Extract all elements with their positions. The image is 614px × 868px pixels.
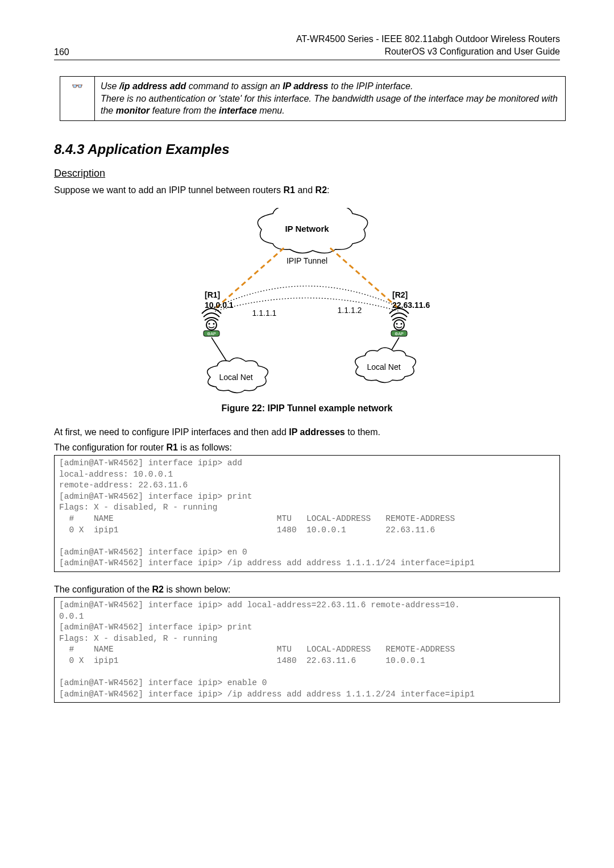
note-box: 👓 Use /ip address add command to assign … <box>60 76 566 121</box>
network-diagram: IP Network IPIP Tunnel 1.1.1.1 1.1.1.2 [… <box>148 208 466 395</box>
link-r2-cloud <box>330 248 398 308</box>
header-title-2: RouterOS v3 Configuration and User Guide <box>296 45 560 58</box>
header-titles: AT-WR4500 Series - IEEE 802.11abgh Outdo… <box>296 33 560 57</box>
para3-a: The configuration for router <box>54 443 166 452</box>
note-mid2: to the IPIP interface. <box>329 81 413 91</box>
para4-c: is shown below: <box>164 585 230 594</box>
r1-label: [R1] <box>205 290 220 299</box>
ip-network-label: IP Network <box>285 224 329 233</box>
figure-caption: Figure 22: IPIP Tunnel example network <box>54 403 560 414</box>
ip-network-cloud: IP Network <box>258 208 367 253</box>
intro-r1: R1 <box>284 185 295 195</box>
header-title-1: AT-WR4500 Series - IEEE 802.11abgh Outdo… <box>296 33 560 45</box>
para2-b: IP addresses <box>289 427 345 437</box>
router-r1: [R1] 10.0.0.1 ⚙AP <box>202 290 234 336</box>
para4-a: The configuration of the <box>54 585 152 594</box>
router-r2: [R2] 22.63.11.6 ⚙AP <box>389 290 430 336</box>
header-rule <box>54 60 560 60</box>
svg-text:⚙AP: ⚙AP <box>207 332 216 336</box>
page-header: 160 AT-WR4500 Series - IEEE 802.11abgh O… <box>54 33 560 57</box>
section-heading: 8.4.3 Application Examples <box>54 141 560 157</box>
r2-label: [R2] <box>392 290 408 299</box>
intro-c: : <box>327 185 329 195</box>
glasses-icon: 👓 <box>60 77 95 121</box>
note-mid1: command to assign an <box>186 81 283 91</box>
local-net-right: Local Net <box>355 348 416 383</box>
intro-b: and <box>295 185 316 195</box>
svg-point-0 <box>206 320 217 330</box>
para2-c: to them. <box>345 427 380 437</box>
code-block-r2: [admin@AT-WR4562] interface ipip> add lo… <box>54 597 560 703</box>
para-r1-config: The configuration for router R1 is as fo… <box>54 441 560 454</box>
note-text: Use /ip address add command to assign an… <box>95 77 566 121</box>
note-interface: interface <box>219 106 257 115</box>
code-block-r1: [admin@AT-WR4562] interface ipip> add lo… <box>54 455 560 572</box>
note-prefix: Use <box>101 81 119 91</box>
para3-b: R1 <box>166 443 177 452</box>
intro-r2: R2 <box>316 185 327 195</box>
para3-c: is as follows: <box>178 443 232 452</box>
intro-a: Suppose we want to add an IPIP tunnel be… <box>54 185 284 195</box>
svg-point-7 <box>401 323 403 325</box>
note-ipaddr: IP address <box>283 81 328 91</box>
local-net-right-label: Local Net <box>367 362 400 372</box>
tunnel-left-addr: 1.1.1.1 <box>252 308 277 318</box>
description-heading: Description <box>54 168 560 180</box>
para2-a: At first, we need to configure IPIP inte… <box>54 427 289 437</box>
tunnel-arc-top <box>215 286 399 308</box>
page-number: 160 <box>54 47 69 57</box>
para4-b: R2 <box>152 585 164 594</box>
local-net-left: Local Net <box>208 358 268 393</box>
link-r1-cloud <box>216 248 284 308</box>
para-config-intro: At first, we need to configure IPIP inte… <box>54 426 560 439</box>
tunnel-arc-bottom <box>215 298 399 312</box>
svg-point-5 <box>394 320 404 330</box>
note-monitor: monitor <box>116 106 150 115</box>
svg-point-6 <box>396 323 398 325</box>
svg-text:⚙AP: ⚙AP <box>395 332 404 336</box>
para-r2-config: The configuration of the R2 is shown bel… <box>54 583 560 596</box>
svg-point-1 <box>209 323 210 325</box>
note-cmd: /ip address add <box>119 81 186 91</box>
local-net-left-label: Local Net <box>219 373 252 382</box>
tunnel-right-addr: 1.1.1.2 <box>338 306 362 315</box>
note-line2b: feature from the <box>150 106 219 115</box>
svg-point-2 <box>213 323 215 325</box>
ipip-tunnel-label: IPIP Tunnel <box>287 256 327 265</box>
intro-paragraph: Suppose we want to add an IPIP tunnel be… <box>54 184 560 197</box>
diagram-container: IP Network IPIP Tunnel 1.1.1.1 1.1.1.2 [… <box>54 208 560 395</box>
note-line2c: menu. <box>257 106 285 115</box>
